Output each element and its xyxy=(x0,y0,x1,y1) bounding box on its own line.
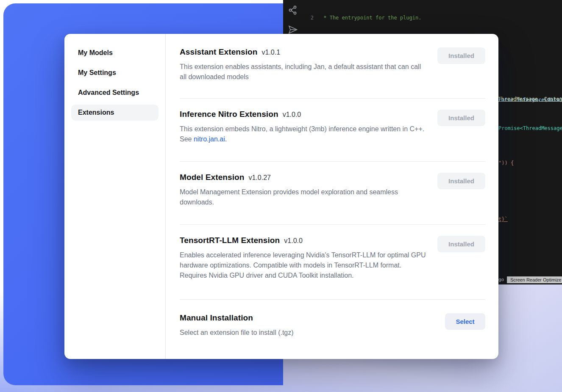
statusbar-text: go xyxy=(498,277,504,282)
extension-info: Manual Installation Select an extension … xyxy=(180,313,294,338)
screen-reader-status-badge[interactable]: Screen Reader Optimize xyxy=(507,276,562,283)
manual-installation-description: Select an extension file to install (.tg… xyxy=(180,328,294,338)
extension-name: Model Extension xyxy=(180,173,244,182)
sidebar-item-extensions[interactable]: Extensions xyxy=(71,105,159,121)
extension-row-tensorrt: TensortRT-LLM Extension v1.0.0 Enables a… xyxy=(180,225,485,299)
code-line: 2 * The entrypoint for the plugin. xyxy=(303,14,562,21)
extension-description: This extension embeds Nitro, a lightweig… xyxy=(180,124,428,144)
extension-info: Inference Nitro Extension v1.0.0 This ex… xyxy=(180,110,428,144)
extension-description: This extension enables assistants, inclu… xyxy=(180,62,428,82)
desktop-background: 2 * The entrypoint for the plugin. 3 */ … xyxy=(0,0,562,392)
extension-description: Enables accelerated inference leveraging… xyxy=(180,250,428,281)
extension-name: Assistant Extension xyxy=(180,47,258,57)
code-fragment: t}` xyxy=(498,216,508,222)
select-file-button[interactable]: Select xyxy=(445,313,485,330)
installed-button-tensorrt[interactable]: Installed xyxy=(437,236,485,252)
extension-info: TensortRT-LLM Extension v1.0.0 Enables a… xyxy=(180,236,428,281)
code-fragment: Promise<ThreadMessage> xyxy=(498,125,562,131)
send-icon[interactable] xyxy=(288,25,298,35)
extension-row-model: Model Extension v1.0.27 Model Management… xyxy=(180,162,485,224)
manual-installation-row: Manual Installation Select an extension … xyxy=(180,300,485,346)
share-icon[interactable] xyxy=(288,5,298,15)
extension-version: v1.0.0 xyxy=(283,111,301,119)
extension-version: v1.0.1 xyxy=(262,49,281,56)
code-fragment: ")) { xyxy=(498,160,514,166)
extension-description: Model Management Extension provides mode… xyxy=(180,187,428,207)
extension-info: Assistant Extension v1.0.1 This extensio… xyxy=(180,47,428,82)
extension-info: Model Extension v1.0.27 Model Management… xyxy=(180,173,428,207)
installed-button-assistant[interactable]: Installed xyxy=(437,47,485,64)
sidebar-item-advanced-settings[interactable]: Advanced Settings xyxy=(71,85,159,101)
nitro-jan-ai-link[interactable]: nitro.jan.ai. xyxy=(194,135,227,143)
extension-name: TensortRT-LLM Extension xyxy=(180,236,280,245)
code-fragment: rator.inference(data)); xyxy=(498,97,562,103)
settings-sidebar: My Models My Settings Advanced Settings … xyxy=(64,34,166,359)
extensions-panel: Assistant Extension v1.0.1 This extensio… xyxy=(166,34,498,359)
extension-row-nitro: Inference Nitro Extension v1.0.0 This ex… xyxy=(180,99,485,161)
installed-button-nitro[interactable]: Installed xyxy=(437,110,485,126)
installed-button-model[interactable]: Installed xyxy=(437,173,485,189)
sidebar-item-my-models[interactable]: My Models xyxy=(71,45,159,61)
extension-name: Inference Nitro Extension xyxy=(180,110,278,119)
extension-row-assistant: Assistant Extension v1.0.1 This extensio… xyxy=(180,45,485,98)
sidebar-item-my-settings[interactable]: My Settings xyxy=(71,65,159,81)
extension-version: v1.0.0 xyxy=(284,237,303,245)
settings-modal: My Models My Settings Advanced Settings … xyxy=(64,34,498,359)
manual-installation-title: Manual Installation xyxy=(180,313,253,323)
extension-version: v1.0.27 xyxy=(248,174,270,182)
